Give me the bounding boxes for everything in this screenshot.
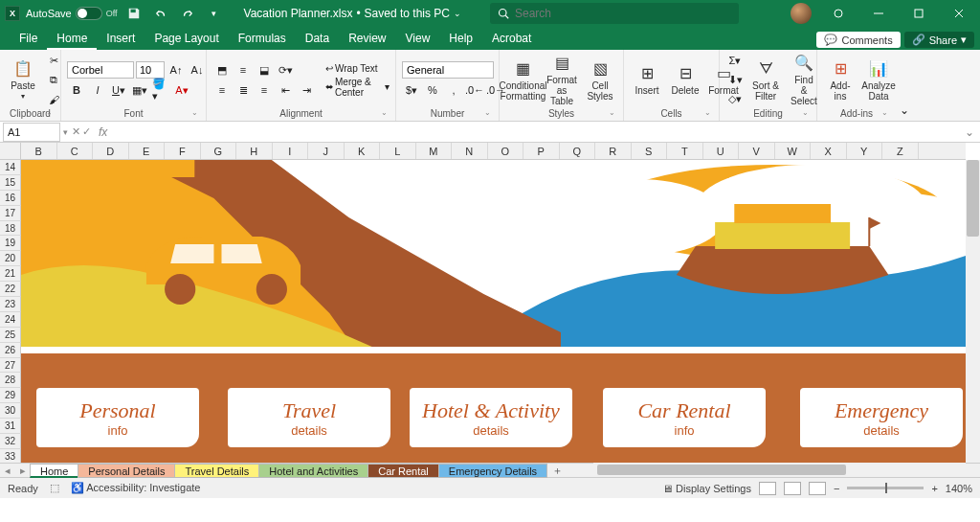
row-17[interactable]: 17 — [0, 206, 21, 221]
menu-tab-data[interactable]: Data — [296, 28, 339, 50]
formula-expand-button[interactable]: ⌄ — [959, 125, 980, 139]
row-23[interactable]: 23 — [0, 297, 21, 312]
minimize-button[interactable] — [859, 0, 898, 27]
col-N[interactable]: N — [452, 143, 488, 159]
row-32[interactable]: 32 — [0, 434, 21, 449]
col-P[interactable]: P — [523, 143, 560, 159]
close-button[interactable] — [940, 0, 978, 27]
insert-cells-button[interactable]: ⊞Insert — [630, 62, 664, 98]
search-input[interactable] — [515, 7, 731, 20]
col-O[interactable]: O — [488, 143, 524, 159]
menu-tab-insert[interactable]: Insert — [97, 28, 145, 50]
zoom-slider[interactable] — [847, 487, 924, 489]
zoom-level[interactable]: 140% — [946, 483, 972, 494]
col-C[interactable]: C — [57, 143, 94, 159]
row-28[interactable]: 28 — [0, 373, 21, 388]
user-avatar[interactable] — [791, 3, 812, 24]
card-personal[interactable]: Personalinfo — [36, 388, 199, 447]
save-button[interactable] — [123, 3, 145, 24]
grow-font-button[interactable]: A↑ — [167, 61, 186, 79]
col-B[interactable]: B — [21, 143, 57, 159]
menu-tab-help[interactable]: Help — [439, 28, 482, 50]
autosave-toggle[interactable]: AutoSave Off — [26, 7, 118, 20]
page-layout-view-button[interactable] — [784, 482, 801, 495]
card-hotel-activity[interactable]: Hotel & Activitydetails — [410, 388, 572, 447]
card-car-rental[interactable]: Car Rentalinfo — [603, 388, 766, 447]
delete-cells-button[interactable]: ⊟Delete — [668, 62, 702, 98]
card-emergency[interactable]: Emergencydetails — [800, 388, 963, 447]
col-R[interactable]: R — [595, 143, 632, 159]
conditional-formatting-button[interactable]: ▦Conditional Formatting — [505, 57, 541, 103]
horizontal-scrollbar[interactable] — [593, 463, 966, 477]
column-headers[interactable]: BCDEFGHIJKLMNOPQRSTUVWXYZ — [21, 143, 966, 160]
sheet-nav-next[interactable]: ▸ — [15, 465, 31, 477]
enter-formula-button[interactable]: ✓ — [82, 125, 91, 138]
sheet-tab-car-rental[interactable]: Car Rental — [368, 464, 439, 478]
menu-tab-file[interactable]: File — [10, 28, 47, 50]
row-20[interactable]: 20 — [0, 251, 21, 266]
align-top-button[interactable]: ⬒ — [212, 61, 232, 79]
fill-color-button[interactable]: 🪣▾ — [151, 81, 170, 99]
indent-inc-button[interactable]: ⇥ — [297, 81, 316, 99]
col-H[interactable]: H — [236, 143, 273, 159]
sheet-tab-emergency-details[interactable]: Emergency Details — [438, 464, 547, 478]
row-22[interactable]: 22 — [0, 282, 21, 297]
ribbon-mode-button[interactable] — [819, 0, 858, 27]
sheet-tab-travel-details[interactable]: Travel Details — [174, 464, 259, 478]
comments-button[interactable]: 💬 Comments — [816, 32, 900, 48]
share-button[interactable]: 🔗 Share ▾ — [904, 32, 974, 48]
cancel-formula-button[interactable]: ✕ — [72, 125, 80, 138]
col-G[interactable]: G — [201, 143, 237, 159]
display-settings-button[interactable]: 🖥 Display Settings — [662, 483, 751, 494]
align-left-button[interactable]: ≡ — [212, 81, 232, 99]
menu-tab-review[interactable]: Review — [339, 28, 395, 50]
document-title[interactable]: Vacation Planner.xlsx • Saved to this PC… — [244, 7, 461, 20]
sheet-nav-prev[interactable]: ◂ — [0, 465, 15, 477]
zoom-in-button[interactable]: + — [931, 483, 937, 494]
col-S[interactable]: S — [632, 143, 668, 159]
row-24[interactable]: 24 — [0, 312, 21, 328]
sheet-tab-home[interactable]: Home — [30, 464, 78, 478]
qat-dropdown[interactable]: ▾ — [204, 3, 225, 24]
fx-icon[interactable]: fx — [95, 125, 111, 139]
currency-button[interactable]: $▾ — [402, 81, 421, 99]
col-U[interactable]: U — [703, 143, 740, 159]
col-Y[interactable]: Y — [847, 143, 883, 159]
row-15[interactable]: 15 — [0, 175, 21, 191]
worksheet-grid[interactable]: BCDEFGHIJKLMNOPQRSTUVWXYZ 14151617181920… — [0, 143, 980, 477]
analyze-data-button[interactable]: 📊Analyze Data — [861, 57, 896, 103]
underline-button[interactable]: U▾ — [109, 81, 128, 99]
row-29[interactable]: 29 — [0, 388, 21, 403]
row-25[interactable]: 25 — [0, 328, 21, 343]
menu-tab-acrobat[interactable]: Acrobat — [482, 28, 541, 50]
align-right-button[interactable]: ≡ — [255, 81, 274, 99]
menu-tab-page-layout[interactable]: Page Layout — [145, 28, 228, 50]
clear-button[interactable]: ◇▾ — [725, 91, 745, 108]
dec-inc-button[interactable]: .0← — [465, 81, 484, 99]
align-bottom-button[interactable]: ⬓ — [255, 61, 274, 79]
border-button[interactable]: ▦▾ — [130, 81, 149, 99]
row-18[interactable]: 18 — [0, 221, 21, 237]
row-19[interactable]: 19 — [0, 236, 21, 251]
col-X[interactable]: X — [811, 143, 847, 159]
format-as-table-button[interactable]: ▤Format as Table — [545, 52, 579, 108]
font-color-button[interactable]: A▾ — [172, 81, 191, 99]
ribbon-collapse-button[interactable]: ⌄ — [896, 50, 913, 121]
menu-tab-view[interactable]: View — [396, 28, 440, 50]
row-headers[interactable]: 1415161718192021222324252627282930313233 — [0, 160, 21, 465]
page-break-view-button[interactable] — [809, 482, 826, 495]
macro-record-icon[interactable]: ⬚ — [50, 482, 59, 494]
col-V[interactable]: V — [739, 143, 775, 159]
col-M[interactable]: M — [416, 143, 453, 159]
col-D[interactable]: D — [93, 143, 129, 159]
col-T[interactable]: T — [667, 143, 703, 159]
name-box[interactable]: A1 — [3, 123, 60, 142]
card-travel[interactable]: Traveldetails — [228, 388, 390, 447]
col-L[interactable]: L — [380, 143, 416, 159]
copy-button[interactable]: ⧉ — [44, 72, 63, 89]
zoom-out-button[interactable]: − — [834, 483, 839, 494]
col-K[interactable]: K — [345, 143, 381, 159]
undo-button[interactable] — [150, 3, 171, 24]
find-select-button[interactable]: 🔍Find & Select — [787, 52, 821, 108]
number-format-select[interactable] — [402, 61, 494, 79]
